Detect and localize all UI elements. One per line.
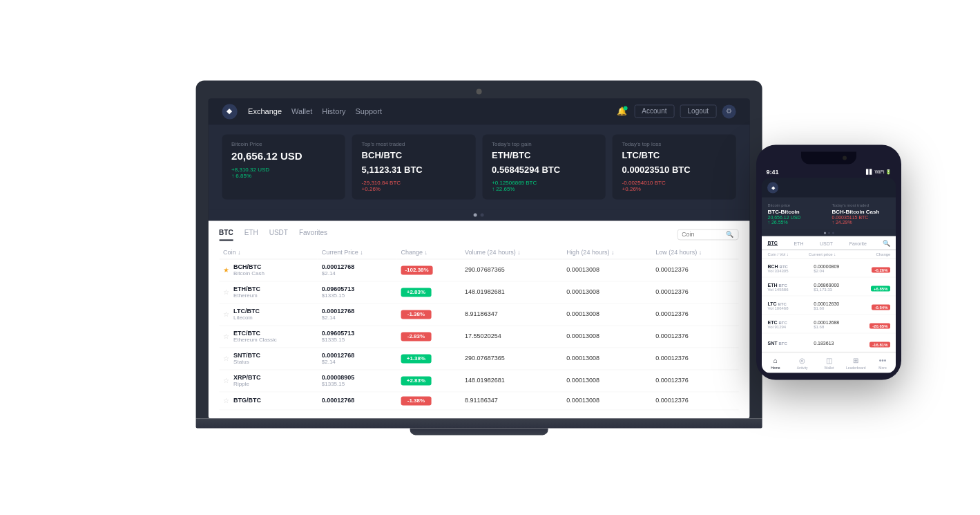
phone-tab-usdt[interactable]: USDT — [820, 241, 833, 245]
search-icon: 🔍 — [726, 232, 733, 238]
stats-bar: Bitcoin Price 20,656.12 USD +8,310.32 US… — [208, 124, 749, 209]
tab-eth[interactable]: ETH — [244, 229, 258, 241]
price-value-1: 0.09605713 — [322, 285, 393, 292]
nav-support[interactable]: Support — [355, 107, 382, 115]
logout-button[interactable]: Logout — [680, 104, 717, 118]
phone-carousel-dots — [762, 230, 896, 236]
cell-price-2: 0.00012768 $2.14 — [318, 303, 397, 326]
table-row[interactable]: ☆ XRP/BTC Ripple 0.00008905 $1335.15 +2.… — [219, 370, 738, 392]
account-button[interactable]: Account — [634, 104, 674, 118]
change-badge-5: +2.83% — [401, 376, 431, 385]
phone: 9:41 ▋▋ WiFi 🔋 ◆ Bitcoin price BTC-Bitco… — [756, 144, 901, 380]
star-icon-0[interactable]: ★ — [223, 266, 229, 274]
tab-favorites[interactable]: Favorites — [299, 229, 327, 241]
stat-bitcoin-label: Bitcoin Price — [231, 141, 336, 147]
phone-list-item[interactable]: ETH BTC Vol 145586 0.06869000 $1,173.33 … — [762, 278, 896, 297]
phone-nav-more[interactable]: ••• More — [869, 357, 896, 370]
table-row[interactable]: ☆ ETC/BTC Ethereum Classic 0.09605713 $1… — [219, 326, 738, 348]
phone-coin-col-1: ETH BTC Vol 145586 — [767, 282, 814, 291]
phone-dot-2[interactable] — [828, 232, 830, 234]
phone-btc-name: BTC-Bitcoin — [767, 208, 826, 215]
star-icon-1[interactable]: ☆ — [223, 288, 229, 296]
coin-name-0: Bitcoin Cash — [233, 270, 265, 277]
phone-coin-vol-2: Vol 106468 — [767, 306, 814, 310]
coin-name-4: Status — [233, 359, 260, 365]
nav-wallet[interactable]: Wallet — [291, 107, 312, 115]
cell-coin-3: ☆ ETC/BTC Ethereum Classic — [219, 326, 318, 348]
phone-search-icon[interactable]: 🔍 — [883, 240, 890, 247]
table-row[interactable]: ☆ ETH/BTC Ethereum 0.09605713 $1335.15 +… — [219, 281, 738, 303]
change-badge-2: -1.38% — [401, 310, 431, 319]
table-row[interactable]: ☆ BTG/BTC 0.00012768 -1.38% 8.91186347 0… — [219, 392, 738, 410]
cell-volume-2: 8.91186347 — [461, 303, 562, 326]
phone-nav-leaderboard[interactable]: ⊞ Leaderboard — [843, 357, 869, 370]
cell-change-5: +2.83% — [396, 370, 461, 392]
gear-icon[interactable]: ⚙ — [722, 104, 736, 118]
phone-tab-eth[interactable]: ETH — [794, 241, 803, 245]
phone-nav-leaderboard-label: Leaderboard — [846, 366, 865, 370]
star-icon-4[interactable]: ☆ — [223, 355, 229, 362]
coin-search-box[interactable]: 🔍 — [677, 230, 738, 241]
stat-top-traded: Top's most traded BCH/BTC 5,1123.31 BTC … — [352, 134, 475, 199]
phone-tab-btc[interactable]: BTC — [767, 241, 777, 246]
phone-nav-home[interactable]: ⌂ Home — [762, 357, 789, 370]
dot-1[interactable] — [474, 213, 477, 216]
phone-traded-name: BCH-Bitcoin Cash — [832, 208, 890, 215]
phone-coin-pair-2: LTC BTC — [767, 301, 814, 306]
table-row[interactable]: ★ BCH/BTC Bitcoin Cash 0.00012768 $2.14 … — [219, 259, 738, 281]
phone-price-col-0: 0.00000809 $2.04 — [814, 263, 860, 272]
price-usd-2: $2.14 — [322, 315, 393, 321]
star-icon-2[interactable]: ☆ — [223, 310, 229, 318]
phone-list-item[interactable]: ETC BTC Vol 91294 0.00012688 $1.68 -20.6… — [762, 315, 896, 334]
phone-list-item[interactable]: BCH BTC Vol 334305 0.00000809 $2.04 -0.2… — [762, 259, 896, 278]
star-icon-5[interactable]: ☆ — [223, 377, 229, 384]
phone-price-col-4: 0.183613 — [814, 340, 860, 345]
cell-low-5: 0.00012376 — [651, 370, 738, 392]
stat-gain-sub1: +0.12506869 BTC — [492, 180, 596, 186]
tab-usdt[interactable]: USDT — [269, 229, 288, 241]
phone-nav: ◆ — [762, 178, 896, 197]
cell-low-6: 0.00012376 — [651, 392, 738, 410]
phone-tab-favorite[interactable]: Favorite — [849, 241, 867, 245]
phone-camera — [843, 156, 847, 160]
cell-coin-6: ☆ BTG/BTC — [219, 392, 318, 410]
stat-bitcoin-price: Bitcoin Price 20,656.12 USD +8,310.32 US… — [222, 134, 345, 199]
phone-badge-1: +6.85% — [871, 286, 891, 292]
table-row[interactable]: ☆ SNT/BTC Status 0.00012768 $2.14 +1.38%… — [219, 348, 738, 370]
nav-history[interactable]: History — [322, 107, 345, 115]
laptop-nav: ◆ Exchange Wallet History Support 🔔 — [208, 98, 749, 124]
phone-dot-3[interactable] — [832, 232, 834, 234]
table-row[interactable]: ☆ LTC/BTC Litecoin 0.00012768 $2.14 -1.3… — [219, 303, 738, 326]
bell-icon[interactable]: 🔔 — [615, 104, 628, 118]
phone-coin-col-0: BCH BTC Vol 334305 — [767, 263, 814, 272]
phone-coin-vol-1: Vol 145586 — [767, 287, 814, 291]
phone-price-0: 0.00000809 — [814, 263, 860, 268]
star-icon-6[interactable]: ☆ — [223, 397, 229, 404]
phone-bottom-nav: ⌂ Home ◎ Activity ◫ Wallet ⊞ Leaderboard… — [762, 353, 896, 373]
stat-traded-sub1: -29,310.84 BTC — [362, 180, 466, 186]
phone-nav-wallet[interactable]: ◫ Wallet — [816, 357, 843, 370]
phone-dot-1[interactable] — [824, 232, 826, 234]
star-icon-3[interactable]: ☆ — [223, 333, 229, 340]
coin-search-input[interactable] — [682, 232, 723, 238]
phone-usd-3: $1.68 — [814, 324, 860, 328]
coin-name-3: Ethereum Classic — [233, 337, 277, 343]
phone-usd-1: $1,173.33 — [814, 287, 860, 291]
phone-nav-activity[interactable]: ◎ Activity — [789, 357, 816, 370]
nav-exchange[interactable]: Exchange — [248, 107, 282, 115]
th-volume: Volume (24 hours) ↓ — [461, 246, 562, 259]
phone-coin-vol-3: Vol 91294 — [767, 324, 814, 328]
phone-usd-0: $2.04 — [814, 268, 860, 272]
change-badge-1: +2.83% — [401, 288, 431, 297]
tab-btc[interactable]: BTC — [219, 229, 233, 241]
phone-screen: ◆ Bitcoin price BTC-Bitcoin 20,656.12 US… — [762, 178, 896, 373]
cell-change-4: +1.38% — [396, 348, 461, 370]
dot-2[interactable] — [481, 213, 484, 216]
coin-pair-2: LTC/BTC — [233, 308, 260, 315]
price-value-5: 0.00008905 — [322, 374, 393, 381]
phone-list-item[interactable]: SNT BTC 0.183613 -16.81% — [762, 334, 896, 353]
cell-change-2: -1.38% — [396, 303, 461, 326]
phone-coin-vol-0: Vol 334305 — [767, 268, 814, 272]
phone-list-item[interactable]: LTC BTC Vol 106468 0.00012630 $1.60 -0.5… — [762, 297, 896, 315]
phone-traded-label: Today's most traded — [832, 203, 890, 207]
